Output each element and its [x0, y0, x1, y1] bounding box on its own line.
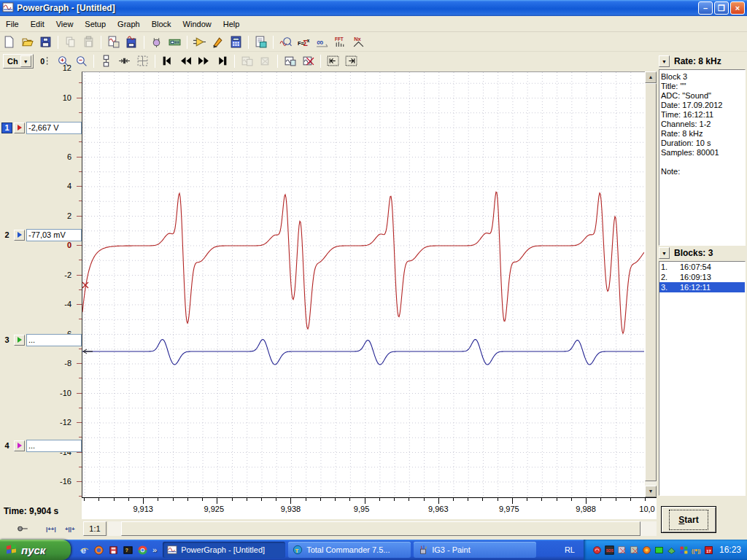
- notes-button[interactable]: [252, 34, 269, 50]
- green-display-tray-icon[interactable]: [653, 544, 665, 556]
- blocks-list[interactable]: 1.16:07:542.16:09:133.16:12:11: [659, 261, 746, 496]
- fft-button[interactable]: FFT: [332, 34, 349, 50]
- save-file-button[interactable]: [37, 34, 54, 50]
- block-list-item[interactable]: 2.16:09:13: [659, 272, 745, 282]
- channel-select-dropdown[interactable]: Ch ▼: [3, 54, 34, 69]
- block-list-item[interactable]: 3.16:12:11: [659, 282, 745, 292]
- x-axis-tick: [453, 498, 454, 501]
- channel-value-field[interactable]: -77,03 mV: [26, 229, 82, 241]
- grid-adjust-button[interactable]: [134, 53, 151, 69]
- compress-x-button[interactable]: [116, 53, 133, 69]
- block-delete-button[interactable]: [300, 53, 317, 69]
- svg-text:T: T: [295, 548, 299, 554]
- vertical-scroll-thumb[interactable]: [645, 83, 657, 481]
- block-list-item[interactable]: 1.16:07:54: [659, 262, 745, 272]
- y-axis-label: 0: [67, 241, 71, 249]
- channel-expand-button[interactable]: [14, 335, 25, 346]
- nav-next-button[interactable]: [196, 53, 212, 69]
- zoom-out-button[interactable]: [73, 53, 90, 69]
- fit-width-icon[interactable]: |++|: [45, 522, 60, 537]
- toolbar-separator: [93, 55, 94, 68]
- rate-dropdown-icon[interactable]: ▼: [659, 55, 670, 67]
- ch-zero-button[interactable]: 0: [36, 53, 53, 69]
- formula-button[interactable]: F=Σx: [295, 34, 312, 50]
- shield-red-tray-icon[interactable]: [591, 544, 603, 556]
- amplifier-button[interactable]: [191, 34, 208, 50]
- task-button[interactable]: IG3 - Paint: [414, 542, 536, 558]
- task-button[interactable]: TTotal Commander 7.5...: [288, 542, 411, 558]
- plug-button[interactable]: [148, 34, 165, 50]
- color-grid-tray-icon[interactable]: [678, 544, 690, 556]
- channel-number-badge[interactable]: 4: [1, 440, 12, 451]
- svg-text:+||+: +||+: [65, 526, 75, 532]
- menu-view[interactable]: View: [50, 18, 80, 31]
- chevron-down-icon[interactable]: ▼: [20, 55, 31, 67]
- new-file-button[interactable]: [1, 34, 18, 50]
- channel-number-badge[interactable]: 1: [1, 122, 12, 133]
- volume-tray-icon[interactable]: (()): [690, 544, 703, 556]
- compress-width-icon[interactable]: +||+: [64, 522, 79, 537]
- xy-graph-button[interactable]: ∞: [314, 34, 330, 50]
- block-select-button[interactable]: [282, 53, 298, 69]
- media-player-icon[interactable]: [91, 542, 106, 557]
- open-file-button[interactable]: [19, 34, 36, 50]
- menu-help[interactable]: Help: [217, 18, 246, 31]
- quick-launch-overflow[interactable]: »: [152, 545, 157, 554]
- scroll-down-button[interactable]: ▼: [645, 486, 657, 497]
- channel-value-field[interactable]: -2,667 V: [26, 122, 82, 134]
- device-button[interactable]: [166, 34, 183, 50]
- split-view-button[interactable]: [98, 53, 115, 69]
- menu-file[interactable]: File: [0, 18, 25, 31]
- start-acquisition-button[interactable]: Start: [661, 506, 716, 533]
- scheduler-red-tray-icon[interactable]: 17: [703, 544, 715, 556]
- vertical-scrollbar[interactable]: ▲ ▼: [645, 71, 657, 497]
- menu-window[interactable]: Window: [177, 18, 217, 31]
- channel-expand-button[interactable]: [14, 230, 25, 241]
- chrome-icon[interactable]: [135, 542, 150, 557]
- pen-button[interactable]: [209, 34, 226, 50]
- restore-button[interactable]: ❐: [714, 1, 729, 15]
- language-indicator[interactable]: RL: [565, 545, 575, 554]
- channel-number-badge[interactable]: 3: [1, 335, 12, 346]
- usb-tray-icon[interactable]: [665, 544, 678, 556]
- menu-graph[interactable]: Graph: [112, 18, 146, 31]
- task-button[interactable]: PowerGraph - [Untitled]: [163, 542, 285, 558]
- windows-start-button[interactable]: пуск: [0, 540, 71, 560]
- floppy-ql-icon[interactable]: [106, 542, 120, 557]
- menu-edit[interactable]: Edit: [25, 18, 50, 31]
- minimize-button[interactable]: –: [698, 1, 713, 15]
- blocks-dropdown-icon[interactable]: ▼: [659, 247, 670, 259]
- channel-value-field[interactable]: ...: [26, 440, 82, 452]
- scale-ratio-button[interactable]: 1:1: [83, 521, 107, 536]
- extend-left-button[interactable]: [325, 53, 341, 69]
- app-error-2-tray-icon[interactable]: [628, 544, 640, 556]
- app-error-1-tray-icon[interactable]: [616, 544, 628, 556]
- menu-setup[interactable]: Setup: [79, 18, 112, 31]
- histogram-button[interactable]: Nx: [350, 34, 367, 50]
- channel-number-badge[interactable]: 2: [1, 230, 12, 241]
- channel-expand-button[interactable]: [14, 440, 25, 451]
- terminal-icon[interactable]: ?: [120, 542, 135, 557]
- y-axis-tick: [77, 422, 82, 423]
- horizontal-scroll-thumb[interactable]: [121, 521, 640, 536]
- sos-tray-icon[interactable]: SOS: [603, 544, 616, 556]
- calculator-button[interactable]: [228, 34, 244, 50]
- scroll-up-button[interactable]: ▲: [645, 71, 657, 83]
- fireball-tray-icon[interactable]: [640, 544, 653, 556]
- pin-icon[interactable]: [16, 522, 29, 537]
- extend-right-button[interactable]: [343, 53, 360, 69]
- channel-expand-button[interactable]: [14, 122, 25, 133]
- save-graph-button[interactable]: [123, 34, 140, 50]
- waveform-plot-area[interactable]: [82, 71, 645, 497]
- horizontal-scrollbar[interactable]: [108, 521, 659, 536]
- nav-prev-button[interactable]: [177, 53, 194, 69]
- nav-last-button[interactable]: [214, 53, 231, 69]
- copy-graph-button[interactable]: [105, 34, 122, 50]
- menu-block[interactable]: Block: [146, 18, 177, 31]
- channel-value-field[interactable]: ...: [26, 334, 82, 346]
- x-axis-label: 9,963: [428, 505, 449, 513]
- nav-first-button[interactable]: [159, 53, 176, 69]
- ie-icon[interactable]: e: [77, 542, 91, 557]
- close-button[interactable]: ×: [730, 1, 745, 15]
- analyze-button[interactable]: [277, 34, 294, 50]
